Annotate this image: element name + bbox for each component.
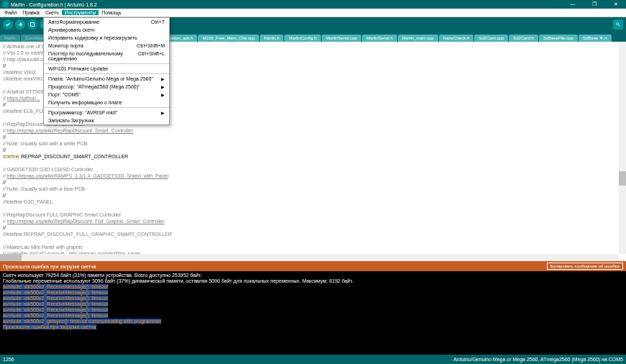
menu-edit[interactable]: Правка <box>19 10 42 15</box>
console-line: avrdude: stk500v2_ReceiveMessage(): time… <box>3 313 623 319</box>
code-line: // RepRapDiscount FULL GRAPHIC Smart Con… <box>3 211 623 218</box>
code-line: // GADGETS3D G3D LCD/SD Controller <box>3 166 623 173</box>
code-line: // http://reprap.org/wiki/RAMPS_1.3/1.4_… <box>3 173 623 179</box>
serial-monitor-button[interactable] <box>613 19 623 29</box>
console-line: Скетч использует 79254 байт (31%) памяти… <box>3 273 623 278</box>
menu-item[interactable]: Процессор: "ATmega2560 (Mega 2560)"▶ <box>44 83 169 91</box>
board-info: Arduino/Genuino Mega or Mega 2560, ATmeg… <box>453 357 623 362</box>
menu-item[interactable]: WiFi101 Firmware Updater <box>44 65 169 73</box>
code-line: // Note: Usually sold with a blue PCB. <box>3 186 623 192</box>
menu-help[interactable]: Помощь <box>99 10 124 15</box>
console[interactable]: Скетч использует 79254 байт (31%) памяти… <box>0 271 626 355</box>
tab-10[interactable]: Marlin_main.cpp <box>398 35 438 42</box>
copy-error-button[interactable]: Копировать сообщение об ошибке <box>547 263 623 270</box>
code-line: //#define G3D_PANEL <box>3 199 623 205</box>
code-line: // <box>3 224 623 231</box>
tab-14[interactable]: SdBaseFile.cpp <box>539 35 578 42</box>
line-number: 1256 <box>3 357 453 362</box>
svg-rect-0 <box>31 23 35 27</box>
app-icon <box>3 1 9 7</box>
menu-item[interactable]: Исправить кодировку и перезагрузить <box>44 34 169 42</box>
menu-item[interactable]: АвтоФорматированиеCtrl+T <box>44 18 169 26</box>
console-line: avrdude: stk500v2_ReceiveMessage(): time… <box>3 284 623 290</box>
menu-item[interactable]: Плата: "Arduino/Genuino Mega or Mega 256… <box>44 75 169 83</box>
code-line: // <box>3 147 623 153</box>
menu-sketch[interactable]: Скетч <box>42 10 62 15</box>
titlebar: Marlin - Configuration.h | Arduino 1.8.2… <box>0 0 626 9</box>
console-line: Произошла ошибка при загрузке скетча <box>3 324 623 330</box>
menu-item[interactable]: Плоттер по последовательному соединениюC… <box>44 50 169 63</box>
code-line: // <box>3 192 623 199</box>
tab-5[interactable]: M100_Free_Mem_Chk.cpp <box>198 35 259 42</box>
tab-8[interactable]: MarlinSerial.cpp <box>322 35 361 42</box>
new-button[interactable] <box>27 19 37 29</box>
console-line: avrdude: stk500v2_ReceiveMessage(): time… <box>3 296 623 301</box>
code-line: // Note: Usually sold with a white PCB. <box>3 140 623 147</box>
tab-9[interactable]: MarlinSerial.h <box>362 35 397 42</box>
tab-0[interactable]: Marlin <box>0 35 20 42</box>
menu-tools[interactable]: Инструменты <box>62 10 99 15</box>
verify-button[interactable] <box>3 19 13 29</box>
vertical-scrollbar[interactable] <box>619 42 626 254</box>
code-line: //#define REPRAP_DISCOUNT_FULL_GRAPHIC_S… <box>3 231 623 237</box>
code-line <box>3 160 623 166</box>
tab-13[interactable]: Sd2Card.h <box>509 35 538 42</box>
tab-7[interactable]: MarlinConfig.h <box>284 35 321 42</box>
error-message: Произошла ошибка при загрузке скетча <box>3 264 547 269</box>
window-title: Marlin - Configuration.h | Arduino 1.8.2 <box>11 2 566 7</box>
console-line: avrdude: stk500v2_ReceiveMessage(): time… <box>3 290 623 296</box>
close-button[interactable]: ✕ <box>609 1 623 7</box>
menu-item[interactable]: Архивировать скетч <box>44 26 169 34</box>
code-line: // <box>3 179 623 186</box>
maximize-button[interactable]: ❐ <box>587 1 602 7</box>
tab-6[interactable]: Marlin.h <box>260 35 283 42</box>
code-line: // http://reprap.org/wiki/RepRapDiscount… <box>3 218 623 224</box>
console-line: avrdude: stk500v2_ReceiveMessage(): time… <box>3 301 623 307</box>
menu-item[interactable]: Программатор: "AVRISP mkII"▶ <box>44 109 169 117</box>
upload-button[interactable] <box>15 19 25 29</box>
code-line: #define REPRAP_DISCOUNT_SMART_CONTROLLER <box>3 153 623 160</box>
error-bar: Произошла ошибка при загрузке скетча Коп… <box>0 261 626 271</box>
console-line: avrdude: stk500v2_getsync(): timeout com… <box>3 319 623 324</box>
code-line: // MakerLab Mini Panel with graphic <box>3 244 623 250</box>
menu-item[interactable]: Записать Загрузчик <box>44 117 169 124</box>
console-line: Глобальные переменные используют 3096 ба… <box>3 278 623 284</box>
minimize-button[interactable]: — <box>566 1 580 7</box>
console-line: avrdude: stk500v2_ReceiveMessage(): time… <box>3 307 623 313</box>
menu-item[interactable]: Получить информацию о плате <box>44 99 169 106</box>
svg-point-1 <box>617 23 619 25</box>
menu-file[interactable]: Файл <box>1 10 19 15</box>
tools-dropdown: АвтоФорматированиеCtrl+TАрхивировать ске… <box>43 17 170 125</box>
statusbar: 1256 Arduino/Genuino Mega or Mega 2560, … <box>0 355 626 364</box>
menubar: Файл Правка Скетч Инструменты Помощь <box>0 9 626 17</box>
code-line: // <box>3 134 623 140</box>
code-line <box>3 237 623 244</box>
tab-15[interactable]: SdBase ▼ п <box>579 35 612 42</box>
tab-12[interactable]: Sd2Card.cpp <box>474 35 508 42</box>
code-line <box>3 205 623 211</box>
menu-item[interactable]: Порт: "COM5"▶ <box>44 91 169 99</box>
horizontal-scrollbar[interactable] <box>0 254 619 261</box>
menu-item[interactable]: Монитор портаCtrl+Shift+M <box>44 42 169 50</box>
code-line: // http://reprap.org/wiki/RepRapDiscount… <box>3 127 623 134</box>
tab-11[interactable]: NanoCheck.h <box>439 35 473 42</box>
